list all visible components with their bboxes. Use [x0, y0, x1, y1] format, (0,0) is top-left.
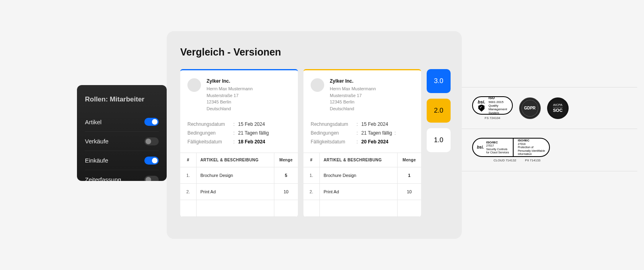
contact-name: Herrn Max Mustermann: [207, 85, 253, 92]
toggle-switch[interactable]: [144, 176, 159, 181]
bsi-logo-text: bsi.: [478, 99, 485, 104]
field-value: 15 Feb 2024: [238, 121, 265, 127]
company-name: Zylker Inc.: [330, 78, 376, 84]
roles-card: Rollen: Mitarbeiter ArtikelVerkäufeEinkä…: [77, 85, 167, 181]
table-row: 1.Brochure Design5: [180, 167, 298, 184]
badge-gdpr: GDPR: [519, 97, 541, 119]
roles-row: Einkäufe: [85, 151, 159, 170]
version-button-1-0[interactable]: 1.0: [427, 128, 451, 152]
item-quantity: 10: [397, 184, 421, 200]
version-button-2-0[interactable]: 2.0: [427, 99, 451, 123]
document-version-card: Zylker Inc.Herrn Max MustermannMusterstr…: [303, 69, 421, 217]
item-description: Brochure Design: [196, 167, 274, 184]
items-table: #ARTIKEL & BESCHREIBUNGMenge1.Brochure D…: [303, 153, 421, 217]
col-quantity: Menge: [397, 153, 421, 167]
avatar: [187, 78, 201, 92]
badge-iso-27017-27018: bsi. ISO/IEC 27017 Security Controls for…: [472, 138, 550, 157]
field-row: Fälligkeitsdatum:20 Feb 2024: [311, 139, 414, 145]
roles-row-label: Verkäufe: [85, 138, 108, 145]
field-label: Bedingungen: [187, 130, 233, 136]
table-row: [303, 200, 421, 217]
field-label: Rechnungsdatum: [187, 121, 233, 127]
badge-iso-9001: bsi. ISO 9001:2015 Quality Management Sy…: [472, 96, 513, 115]
version-button-3-0[interactable]: 3.0: [427, 69, 451, 93]
item-description: Print Ad: [319, 184, 397, 200]
document-version-card: Zylker Inc.Herrn Max MustermannMusterstr…: [180, 69, 298, 217]
field-value: 18 Feb 2024: [238, 139, 265, 145]
item-quantity: 10: [274, 184, 298, 200]
roles-row: Artikel: [85, 112, 159, 131]
field-row: Bedingungen:21 Tagen fällig:: [311, 130, 414, 136]
toggle-switch[interactable]: [144, 118, 159, 126]
company-name: Zylker Inc.: [207, 78, 253, 84]
col-description: ARTIKEL & BESCHREIBUNG: [319, 153, 397, 167]
version-selector: 3.02.01.0: [427, 69, 451, 152]
item-quantity: 1: [397, 167, 421, 184]
badge-iso-9001-code: FS 724104: [484, 116, 500, 120]
table-row: [180, 200, 298, 217]
roles-row: Zeiterfassung: [85, 170, 159, 181]
toggle-switch[interactable]: [144, 157, 159, 165]
field-label: Rechnungsdatum: [311, 121, 356, 127]
field-row: Bedingungen:21 Tagen fällig: [187, 130, 291, 136]
compare-title: Vergleich - Versionen: [180, 46, 448, 58]
field-label: Fälligkeitsdatum: [311, 139, 356, 145]
col-description: ARTIKEL & BESCHREIBUNG: [196, 153, 274, 167]
street: Musterstraße 17: [330, 92, 376, 99]
col-index: #: [303, 153, 319, 167]
badge-aicpa-soc: AICPA SOC: [547, 97, 569, 119]
city: 12345 Berlin: [330, 99, 376, 105]
col-index: #: [180, 153, 196, 167]
items-table: #ARTIKEL & BESCHREIBUNGMenge1.Brochure D…: [180, 153, 298, 217]
field-row: Rechnungsdatum:15 Feb 2024: [311, 121, 414, 127]
badge-iso-27018-code: PII 714133: [525, 159, 541, 162]
roles-title: Rollen: Mitarbeiter: [85, 95, 159, 103]
col-quantity: Menge: [274, 153, 298, 167]
item-description: Brochure Design: [319, 167, 397, 184]
divider: [462, 171, 637, 171]
compare-versions-panel: Vergleich - Versionen Zylker Inc.Herrn M…: [167, 31, 462, 239]
item-description: Print Ad: [196, 184, 274, 200]
field-value: 21 Tagen fällig: [238, 130, 269, 136]
roles-row: Verkäufe: [85, 131, 159, 151]
field-value: 20 Feb 2024: [361, 139, 388, 145]
field-row: Fälligkeitsdatum:18 Feb 2024: [187, 139, 291, 145]
field-value: 21 Tagen fällig: [361, 130, 392, 136]
item-quantity: 5: [274, 167, 298, 184]
field-value: 15 Feb 2024: [361, 121, 388, 127]
field-label: Bedingungen: [311, 130, 356, 136]
roles-row-label: Artikel: [85, 119, 102, 125]
table-row: 2.Print Ad10: [303, 184, 421, 200]
roles-row-label: Zeiterfassung: [85, 176, 121, 181]
certification-badges: bsi. ISO 9001:2015 Quality Management Sy…: [462, 87, 637, 171]
country: Deutschland: [207, 105, 253, 112]
shield-icon: [478, 105, 484, 112]
city: 12345 Berlin: [207, 99, 253, 105]
contact-name: Herrn Max Mustermann: [330, 85, 376, 92]
country: Deutschland: [330, 105, 376, 112]
roles-row-label: Einkäufe: [85, 157, 108, 164]
badge-iso-27017-code: CLOUD 714132: [494, 159, 516, 162]
toggle-switch[interactable]: [144, 137, 159, 145]
table-row: 1.Brochure Design1: [303, 167, 421, 184]
table-row: 2.Print Ad10: [180, 184, 298, 200]
street: Musterstraße 17: [207, 92, 253, 99]
field-label: Fälligkeitsdatum: [187, 139, 233, 145]
avatar: [311, 78, 324, 92]
field-row: Rechnungsdatum:15 Feb 2024: [187, 121, 291, 127]
